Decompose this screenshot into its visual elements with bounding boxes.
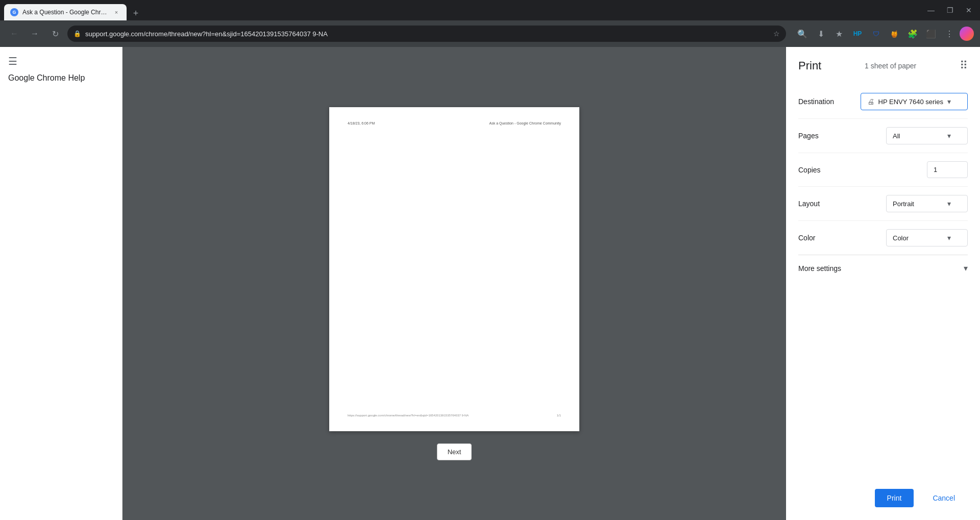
- tab-close-button[interactable]: ×: [112, 8, 120, 16]
- chrome-help-sidebar: ☰ Google Chrome Help: [0, 47, 122, 520]
- minimize-button[interactable]: —: [923, 4, 939, 16]
- browser-frame: G Ask a Question - Google Chrome... × + …: [0, 0, 980, 520]
- print-actions: Print Cancel: [798, 476, 968, 508]
- page-title-preview: Ask a Question - Google Chrome Community: [489, 121, 561, 125]
- url-bar[interactable]: 🔒 support.google.com/chrome/thread/new?h…: [67, 26, 786, 42]
- print-panel-header: Print 1 sheet of paper ⠿: [798, 59, 968, 72]
- pages-label: Pages: [798, 132, 819, 140]
- print-panel-title: Print: [798, 59, 821, 72]
- title-bar: G Ask a Question - Google Chrome... × + …: [0, 0, 980, 20]
- side-panel-icon[interactable]: ⬛: [923, 26, 939, 42]
- more-settings-section[interactable]: More settings ▾: [798, 255, 968, 281]
- copies-option: Copies: [798, 153, 968, 187]
- printer-icon: 🖨: [867, 97, 874, 106]
- hamburger-menu-icon[interactable]: ☰: [8, 55, 114, 67]
- more-settings-label: More settings: [798, 264, 841, 273]
- layout-option: Layout Portrait ▾: [798, 187, 968, 221]
- destination-option: Destination 🖨 HP ENVY 7640 series ▾: [798, 85, 968, 119]
- address-bar: ← → ↻ 🔒 support.google.com/chrome/thread…: [0, 20, 980, 47]
- sheet-count: 1 sheet of paper: [865, 62, 916, 70]
- print-panel: Print 1 sheet of paper ⠿ Destination 🖨 H…: [786, 47, 980, 520]
- url-text: support.google.com/chrome/thread/new?hl=…: [85, 30, 769, 38]
- color-select: Color ▾: [886, 229, 968, 246]
- color-dropdown[interactable]: Color ▾: [886, 229, 968, 246]
- tab-title: Ask a Question - Google Chrome...: [22, 9, 108, 16]
- layout-value: Portrait: [893, 200, 914, 208]
- destination-value: HP ENVY 7640 series: [878, 98, 943, 106]
- pages-select: All ▾: [886, 127, 968, 144]
- more-settings-chevron-icon: ▾: [964, 263, 968, 273]
- print-preview-area: 4/18/23, 6:06 PM Ask a Question - Google…: [122, 47, 786, 520]
- page-preview-header: 4/18/23, 6:06 PM Ask a Question - Google…: [348, 121, 561, 125]
- tab-bar: G Ask a Question - Google Chrome... × +: [4, 0, 143, 20]
- page-date: 4/18/23, 6:06 PM: [348, 121, 375, 125]
- layout-label: Layout: [798, 200, 820, 208]
- window-controls: — ❐ ✕: [923, 4, 976, 16]
- menu-icon[interactable]: ⋮: [941, 26, 958, 42]
- hp-icon[interactable]: HP: [849, 26, 866, 42]
- next-button-container: Next: [437, 443, 472, 460]
- color-option: Color Color ▾: [798, 221, 968, 255]
- toolbar-icons: 🔍 ⬇ ★ HP 🛡 🍯 🧩 ⬛ ⋮: [794, 26, 974, 42]
- help-page-title: Google Chrome Help: [8, 73, 114, 83]
- search-labs-icon[interactable]: 🔍: [794, 26, 811, 42]
- lock-icon: 🔒: [74, 30, 81, 37]
- google-apps-icon[interactable]: ⠿: [960, 59, 968, 72]
- layout-dropdown[interactable]: Portrait ▾: [886, 195, 968, 212]
- bitwarden-icon[interactable]: 🛡: [868, 26, 884, 42]
- print-button[interactable]: Print: [875, 489, 914, 507]
- page-url-footer: https://support.google.com/chrome/thread…: [348, 414, 469, 417]
- copies-input[interactable]: [927, 161, 968, 178]
- page-footer: https://support.google.com/chrome/thread…: [348, 414, 561, 417]
- cancel-button[interactable]: Cancel: [920, 488, 968, 508]
- page-preview-container: 4/18/23, 6:06 PM Ask a Question - Google…: [329, 107, 579, 460]
- page-content-area: [348, 125, 561, 414]
- pages-value: All: [893, 132, 900, 140]
- maximize-button[interactable]: ❐: [943, 4, 958, 16]
- layout-select: Portrait ▾: [886, 195, 968, 212]
- tab-favicon: G: [10, 8, 18, 16]
- destination-dropdown[interactable]: 🖨 HP ENVY 7640 series ▾: [861, 93, 968, 110]
- active-tab[interactable]: G Ask a Question - Google Chrome... ×: [4, 4, 127, 20]
- avatar[interactable]: [960, 27, 974, 41]
- copies-label: Copies: [798, 166, 821, 174]
- pages-dropdown[interactable]: All ▾: [886, 127, 968, 144]
- color-value: Color: [893, 234, 909, 242]
- layout-chevron-icon: ▾: [947, 200, 951, 208]
- page-content: ☰ Google Chrome Help 4/18/23, 6:06 PM As…: [0, 47, 980, 520]
- reload-button[interactable]: ↻: [47, 26, 63, 42]
- destination-label: Destination: [798, 97, 834, 106]
- bookmark-star-icon[interactable]: ★: [831, 26, 847, 42]
- color-label: Color: [798, 234, 815, 242]
- next-button[interactable]: Next: [437, 443, 472, 460]
- new-tab-button[interactable]: +: [129, 6, 143, 20]
- pages-option: Pages All ▾: [798, 119, 968, 153]
- close-window-button[interactable]: ✕: [962, 4, 976, 16]
- back-button[interactable]: ←: [6, 26, 22, 42]
- forward-button[interactable]: →: [27, 26, 43, 42]
- copies-select: [927, 161, 968, 178]
- destination-select: 🖨 HP ENVY 7640 series ▾: [861, 93, 968, 110]
- page-preview: 4/18/23, 6:06 PM Ask a Question - Google…: [329, 107, 579, 431]
- pages-chevron-icon: ▾: [947, 132, 951, 140]
- color-chevron-icon: ▾: [947, 234, 951, 242]
- destination-chevron-icon: ▾: [947, 97, 951, 106]
- page-number-footer: 1/1: [557, 414, 561, 417]
- extensions-icon[interactable]: 🧩: [904, 26, 921, 42]
- honey-icon[interactable]: 🍯: [886, 26, 902, 42]
- bookmark-icon[interactable]: ☆: [773, 30, 780, 38]
- downloads-icon[interactable]: ⬇: [813, 26, 829, 42]
